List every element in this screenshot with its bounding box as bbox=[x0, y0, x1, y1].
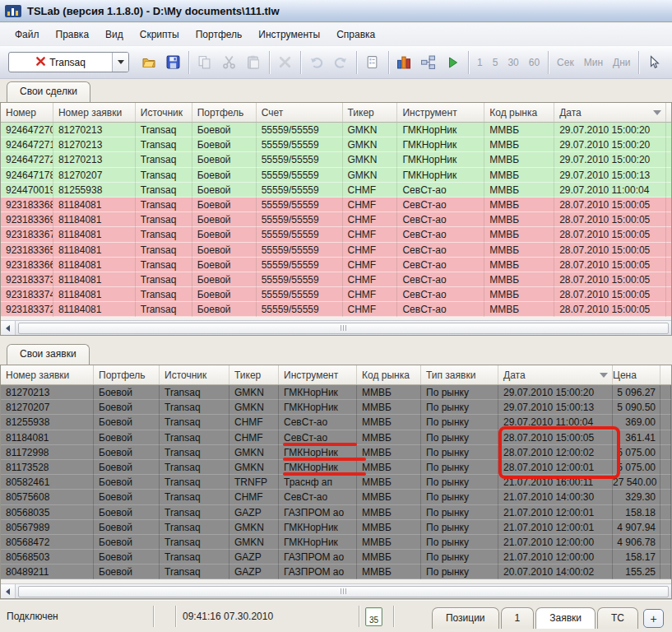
clock: 09:41:16 07.30.2010 bbox=[183, 611, 273, 622]
cell: ГМКНорНик bbox=[279, 520, 357, 535]
table-row[interactable]: 80568035БоевойTransaqGAZPГАЗПРОМ аоММВБП… bbox=[1, 505, 671, 520]
table-row[interactable]: 80568472БоевойTransaqGMKNГМКНорНикММВБПо… bbox=[1, 535, 671, 550]
open-file-button[interactable] bbox=[137, 51, 160, 74]
table-row[interactable]: 92464727081270213TransaqБоевой55559/5555… bbox=[1, 123, 671, 137]
table-row[interactable]: 92318337281184081TransaqБоевой55559/5555… bbox=[1, 302, 671, 317]
app-logo-icon bbox=[5, 5, 21, 17]
table-row[interactable]: 92318336781184081TransaqБоевой55559/5555… bbox=[1, 227, 671, 242]
column-header[interactable]: Код рынка bbox=[484, 103, 554, 122]
cell-filler bbox=[666, 272, 671, 287]
menu-item[interactable]: Вид bbox=[97, 25, 132, 44]
column-header-label: Источник bbox=[141, 107, 183, 118]
chart-button[interactable] bbox=[393, 51, 415, 74]
table-row[interactable]: 81173528БоевойTransaqGMKNГМКНорНикММВБПо… bbox=[1, 460, 671, 475]
column-header[interactable]: Дата bbox=[554, 103, 666, 122]
table-row[interactable]: 92318336681184081TransaqБоевой55559/5555… bbox=[1, 258, 671, 272]
save-button[interactable] bbox=[162, 51, 184, 74]
cell: 80489211 bbox=[1, 565, 94, 579]
table-row[interactable]: 80582461БоевойTransaqTRNFPТраснф апММВБП… bbox=[1, 475, 671, 490]
column-header[interactable]: Номер bbox=[1, 103, 53, 122]
statusbar-tab[interactable]: Заявки bbox=[535, 607, 596, 629]
trades-horizontal-scrollbar[interactable] bbox=[1, 320, 671, 335]
column-header[interactable]: Дата bbox=[498, 365, 613, 384]
statusbar-tab[interactable]: 1 bbox=[501, 607, 535, 629]
table-row[interactable]: 92318336981184081TransaqБоевой55559/5555… bbox=[1, 212, 671, 227]
undo-button[interactable] bbox=[305, 51, 327, 74]
table-row[interactable]: 80575608БоевойTransaqCHMFСевСт-аоММВБПо … bbox=[1, 490, 671, 504]
column-header[interactable]: Тикер bbox=[229, 365, 279, 384]
table-row[interactable]: 92318336581184081TransaqБоевой55559/5555… bbox=[1, 243, 671, 258]
statusbar-tab[interactable]: ТС bbox=[597, 607, 638, 629]
cell: ММВБ bbox=[484, 198, 554, 212]
cell: Transaq bbox=[160, 550, 229, 565]
orders-horizontal-scrollbar[interactable] bbox=[1, 583, 671, 598]
column-header[interactable]: Тип заявки bbox=[421, 365, 498, 384]
scrollbar-thumb[interactable] bbox=[18, 586, 669, 597]
column-header[interactable]: Код рынка bbox=[357, 365, 421, 384]
add-tab-button[interactable]: + bbox=[643, 609, 664, 628]
column-header[interactable]: Источник bbox=[136, 103, 192, 122]
table-row[interactable]: 81270207БоевойTransaqGMKNГМКНорНикММВБПо… bbox=[1, 400, 671, 415]
provider-dropdown-button[interactable] bbox=[112, 53, 128, 72]
script-button[interactable] bbox=[417, 51, 439, 74]
run-button[interactable] bbox=[442, 51, 464, 74]
table-row[interactable]: 81172998БоевойTransaqGMKNГМКНорНикММВБПо… bbox=[1, 445, 671, 460]
cell: 28.07.2010 15:00:05 bbox=[554, 302, 666, 317]
menu-item[interactable]: Портфель bbox=[188, 25, 251, 44]
timeframe-button-1[interactable]: 1 bbox=[474, 53, 486, 72]
table-row[interactable]: 80489211БоевойTransaqGAZPГАЗПРОМ аоММВБП… bbox=[1, 565, 671, 579]
menu-item[interactable]: Правка bbox=[48, 25, 98, 44]
table-row[interactable]: 81184081БоевойTransaqCHMFСевСт-аоММВБПо … bbox=[1, 430, 671, 445]
table-row[interactable]: 81270213БоевойTransaqGMKNГМКНорНикММВБПо… bbox=[1, 385, 671, 400]
period-button[interactable]: Мин bbox=[581, 53, 606, 72]
table-row[interactable]: 92318337381184081TransaqБоевой55559/5555… bbox=[1, 272, 671, 287]
menu-item[interactable]: Скрипты bbox=[132, 25, 188, 44]
column-header[interactable]: Инструмент bbox=[397, 103, 484, 122]
column-header[interactable]: Номер заявки bbox=[1, 365, 94, 384]
table-row[interactable]: 92464727281270213TransaqБоевой55559/5555… bbox=[1, 152, 671, 167]
table-row[interactable]: 92464717881270207TransaqБоевой55559/5555… bbox=[1, 168, 671, 183]
menu-item[interactable]: Справка bbox=[328, 25, 383, 44]
table-row[interactable]: 80568503БоевойTransaqGAZPГАЗПРОМ аоММВБП… bbox=[1, 550, 671, 565]
tab-orders[interactable]: Свои заявки bbox=[7, 344, 90, 365]
copy-button[interactable] bbox=[193, 51, 216, 74]
statusbar-tab[interactable]: Позиции bbox=[432, 607, 499, 629]
column-header[interactable]: Цена bbox=[613, 365, 660, 384]
period-button[interactable]: Сек bbox=[554, 53, 577, 72]
table-row[interactable]: 92318337481184081TransaqБоевой55559/5555… bbox=[1, 287, 671, 302]
table-row[interactable]: 80567989БоевойTransaqGMKNГМКНорНикММВБПо… bbox=[1, 520, 671, 535]
table-row[interactable]: 81255938БоевойTransaqCHMFСевСт-аоММВБПо … bbox=[1, 415, 671, 430]
paste-button[interactable] bbox=[242, 51, 264, 74]
column-header[interactable]: Портфель bbox=[94, 365, 160, 384]
properties-button[interactable] bbox=[361, 51, 383, 74]
menu-item[interactable]: Файл bbox=[7, 25, 48, 44]
table-row[interactable]: 92447001981255938TransaqБоевой55559/5555… bbox=[1, 183, 671, 198]
column-header[interactable]: Номер заявки bbox=[53, 103, 136, 122]
table-row[interactable]: 92318336881184081TransaqБоевой55559/5555… bbox=[1, 198, 671, 212]
cell: CHMF bbox=[229, 415, 279, 430]
toolbar-separator bbox=[269, 51, 270, 74]
redo-button[interactable] bbox=[330, 51, 352, 74]
cell-filler bbox=[660, 415, 671, 430]
menu-item[interactable]: Инструменты bbox=[250, 25, 328, 44]
scroll-left-button[interactable] bbox=[1, 584, 16, 598]
calendar-icon[interactable]: 35 bbox=[365, 607, 382, 626]
table-row[interactable]: 92464727181270213TransaqБоевой55559/5555… bbox=[1, 137, 671, 152]
column-header[interactable]: Источник bbox=[160, 365, 229, 384]
pointer-button[interactable] bbox=[643, 51, 665, 74]
column-header[interactable]: Счет bbox=[257, 103, 343, 122]
timeframe-button-5[interactable]: 5 bbox=[489, 53, 502, 72]
column-header[interactable]: Инструмент bbox=[279, 365, 357, 384]
column-header[interactable]: Портфель bbox=[192, 103, 257, 122]
data-provider-combo[interactable]: Transaq bbox=[8, 52, 129, 72]
delete-button[interactable] bbox=[274, 51, 296, 74]
scroll-left-button[interactable] bbox=[1, 321, 16, 335]
tab-trades[interactable]: Свои сделки bbox=[7, 81, 90, 102]
column-header[interactable]: Тикер bbox=[343, 103, 398, 122]
title-bar: TSLab (версия 1.1.8.0) - D:\My documents… bbox=[0, 0, 672, 22]
timeframe-button-30[interactable]: 30 bbox=[504, 53, 521, 72]
scrollbar-thumb[interactable] bbox=[18, 323, 669, 334]
period-button[interactable]: Дни bbox=[609, 53, 633, 72]
cut-button[interactable] bbox=[218, 51, 240, 74]
timeframe-button-60[interactable]: 60 bbox=[526, 53, 543, 72]
